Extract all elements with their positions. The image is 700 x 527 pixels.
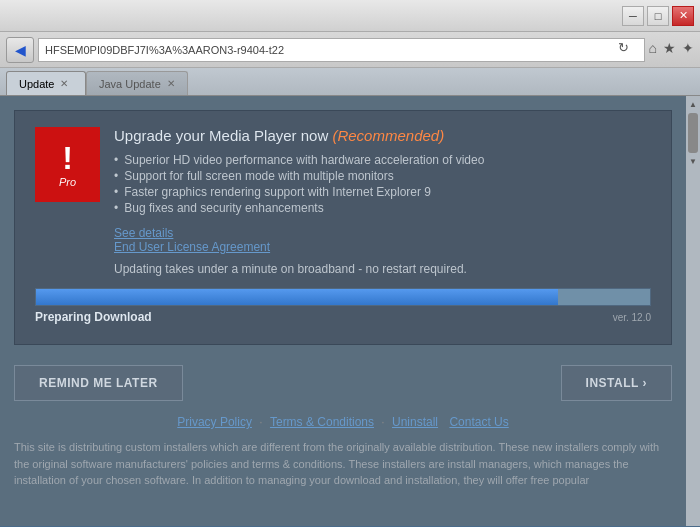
tab-update[interactable]: Update ✕ [6, 71, 86, 95]
scroll-down-arrow[interactable]: ▼ [687, 155, 699, 168]
update-note: Updating takes under a minute on broadba… [114, 262, 651, 276]
scrollbar-thumb[interactable] [688, 113, 698, 153]
footer-text: This site is distributing custom install… [14, 439, 672, 489]
remind-later-button[interactable]: REMIND ME LATER [14, 365, 183, 401]
eula-link[interactable]: End User License Agreement [114, 240, 651, 254]
privacy-link[interactable]: Privacy Policy [177, 415, 252, 429]
feature-3: Faster graphics rendering support with I… [114, 184, 651, 200]
back-button[interactable]: ◀ [6, 37, 34, 63]
recommended-badge: (Recommended) [332, 127, 444, 144]
minimize-button[interactable]: ─ [622, 6, 644, 26]
tab-update-label: Update [19, 78, 54, 90]
panel-title: Upgrade your Media Player now (Recommend… [114, 127, 651, 144]
footer-links: Privacy Policy · Terms & Conditions · Un… [14, 415, 672, 429]
browser-toolbar: ◀ HFSEM0PI09DBFJ7I%3A%3AARON3-r9404-t22 … [0, 32, 700, 68]
browser-tabs: Update ✕ Java Update ✕ [0, 68, 700, 96]
browser-content: ! Pro Upgrade your Media Player now (Rec… [0, 96, 686, 526]
close-button[interactable]: ✕ [672, 6, 694, 26]
exclamation-icon: ! [62, 142, 73, 174]
maximize-button[interactable]: □ [647, 6, 669, 26]
update-panel: ! Pro Upgrade your Media Player now (Rec… [14, 110, 672, 345]
settings-icon[interactable]: ✦ [682, 40, 694, 56]
features-list: Superior HD video performance with hardw… [114, 152, 651, 216]
window-controls: ─ □ ✕ [622, 6, 694, 26]
refresh-button[interactable]: ↻ [618, 40, 638, 60]
tab-update-close[interactable]: ✕ [60, 78, 68, 89]
home-icon[interactable]: ⌂ [649, 40, 657, 56]
install-button[interactable]: INSTALL › [561, 365, 672, 401]
feature-2: Support for full screen mode with multip… [114, 168, 651, 184]
pro-badge: ! Pro [35, 127, 100, 202]
contact-link[interactable]: Contact Us [449, 415, 508, 429]
address-bar-container[interactable]: HFSEM0PI09DBFJ7I%3A%3AARON3-r9404-t22 ↻ [38, 38, 645, 62]
panel-header: ! Pro Upgrade your Media Player now (Rec… [35, 127, 651, 276]
uninstall-link[interactable]: Uninstall [392, 415, 438, 429]
preparing-label: Preparing Download [35, 310, 152, 324]
tab-java[interactable]: Java Update ✕ [86, 71, 188, 95]
address-text: HFSEM0PI09DBFJ7I%3A%3AARON3-r9404-t22 [45, 44, 618, 56]
progress-area: Preparing Download ver. 12.0 [35, 288, 651, 324]
scrollbar[interactable]: ▲ ▼ [686, 96, 700, 526]
footer-area: Privacy Policy · Terms & Conditions · Un… [0, 415, 686, 489]
version-label: ver. 12.0 [613, 312, 651, 323]
titlebar: ─ □ ✕ [0, 0, 700, 32]
pro-label: Pro [59, 176, 76, 188]
bookmark-icon[interactable]: ★ [663, 40, 676, 56]
content-wrapper: ! Pro Upgrade your Media Player now (Rec… [0, 96, 700, 526]
see-details-link[interactable]: See details [114, 226, 651, 240]
toolbar-icons: ⌂ ★ ✦ [649, 40, 694, 60]
tab-java-label: Java Update [99, 78, 161, 90]
panel-title-area: Upgrade your Media Player now (Recommend… [114, 127, 651, 276]
tab-java-close[interactable]: ✕ [167, 78, 175, 89]
progress-bar-bg [35, 288, 651, 306]
links-area: See details End User License Agreement [114, 226, 651, 254]
feature-4: Bug fixes and security enhancements [114, 200, 651, 216]
scroll-up-arrow[interactable]: ▲ [687, 98, 699, 111]
progress-bar-fill [36, 289, 558, 305]
action-buttons: REMIND ME LATER INSTALL › [14, 365, 672, 401]
feature-1: Superior HD video performance with hardw… [114, 152, 651, 168]
terms-link[interactable]: Terms & Conditions [270, 415, 374, 429]
